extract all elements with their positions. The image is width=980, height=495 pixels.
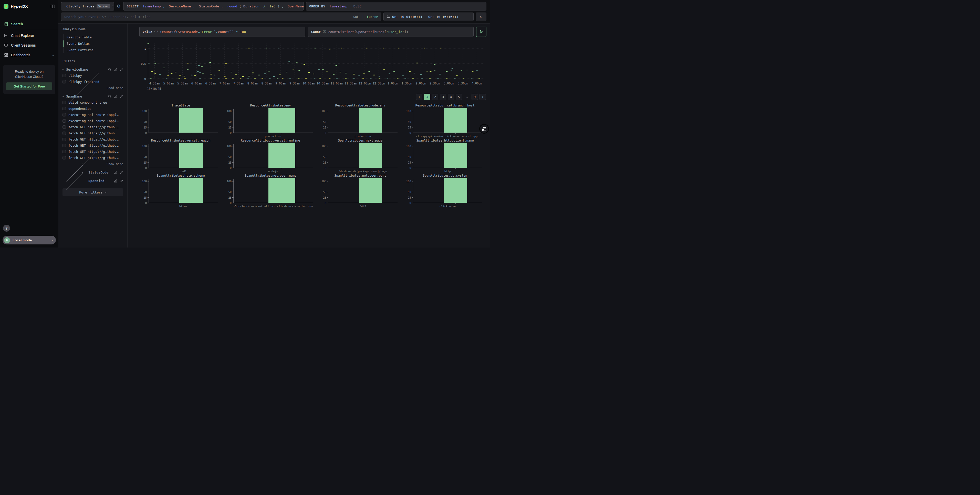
field-chart[interactable]: ResourceAttributes.env10050250production: [224, 104, 317, 139]
search-icon[interactable]: [108, 95, 111, 98]
sidebar-item-label: Chart Explorer: [11, 33, 34, 38]
more-filters-button[interactable]: More filters: [62, 188, 123, 196]
checkbox[interactable]: [62, 119, 66, 122]
plot-area: [149, 109, 218, 133]
page-button[interactable]: 2: [432, 94, 438, 100]
mode-sql-toggle[interactable]: SQL: [353, 15, 359, 19]
schema-badge[interactable]: Schema: [97, 4, 110, 8]
checkbox[interactable]: [62, 150, 66, 153]
filter-section-header[interactable]: StatusCode: [62, 170, 123, 174]
bar-chart-icon[interactable]: [114, 179, 117, 182]
field-chart-title: SpanAttributes.net.peer.name: [224, 174, 317, 178]
svg-text:12:30pm: 12:30pm: [373, 82, 385, 85]
analysis-mode-results-table[interactable]: Results Table: [63, 34, 123, 40]
field-chart[interactable]: SpanAttributes.net.peer.name10050250z5pr…: [224, 174, 317, 207]
plot-area: [149, 144, 218, 168]
filter-section-header[interactable]: ServiceName: [62, 68, 123, 71]
filter-checkbox-item[interactable]: clickpy-frontend: [62, 80, 123, 84]
gear-icon[interactable]: ⚙: [116, 3, 121, 9]
plot-area: [233, 179, 313, 203]
checkbox[interactable]: [62, 107, 66, 110]
date-range-picker[interactable]: Oct 10 04:16:14 - Oct 10 16:16:14: [383, 13, 474, 21]
checkbox[interactable]: [62, 156, 66, 159]
filter-checkbox-item[interactable]: dependencies: [62, 107, 123, 111]
code-token: ,: [193, 4, 197, 8]
field-chart[interactable]: ResourceAttributes.node.env10050250produ…: [319, 104, 402, 139]
value-expression-input[interactable]: Value ⓘ (countIf(StatusCode='Error')/cou…: [139, 27, 305, 37]
field-chart[interactable]: SpanAttributes.http.client.name10050250h…: [404, 139, 487, 174]
count-expression-input[interactable]: Count ⓘ countDistinct(SpanAttributes['us…: [308, 27, 474, 37]
field-chart[interactable]: SpanAttributes.net.peer.port100502508443: [319, 174, 402, 207]
sql-select-input[interactable]: SELECT Timestamp, ServiceName, StatusCod…: [123, 2, 304, 11]
checkbox[interactable]: [62, 80, 66, 83]
filter-checkbox-item[interactable]: fetch GET https://github.…: [62, 138, 123, 141]
filter-checkbox-item[interactable]: executing api route (app)…: [62, 113, 123, 117]
get-started-button[interactable]: Get Started for Free: [6, 82, 52, 90]
page-prev-button[interactable]: ‹: [416, 94, 422, 100]
event-deltas-chart[interactable]: 4:30am5:00am5:30am6:00am6:30am7:00am7:30…: [139, 41, 487, 91]
field-chart[interactable]: SpanAttributes.next.page10050250/dashboa…: [319, 139, 402, 174]
filter-checkbox-item[interactable]: build component tree: [62, 101, 123, 105]
field-chart[interactable]: SpanAttributes.db.system10050250clickhou…: [404, 174, 487, 207]
run-query-button[interactable]: ▷: [476, 13, 487, 21]
bar-chart-icon[interactable]: [114, 68, 117, 71]
field-chart[interactable]: ResourceAttributes.vercel.region10050250…: [139, 139, 222, 174]
filter-checkbox-item[interactable]: fetch GET https://github.…: [62, 156, 123, 160]
local-mode-button[interactable]: U Local mode ›: [3, 236, 56, 244]
analysis-mode-event-deltas[interactable]: Event Deltas: [63, 40, 123, 47]
collapse-sidebar-icon[interactable]: [51, 5, 55, 8]
bar-chart-icon[interactable]: [114, 95, 117, 98]
apply-analysis-button[interactable]: [476, 27, 487, 37]
filter-section-header[interactable]: SpanName: [62, 94, 123, 98]
help-button[interactable]: ?: [3, 225, 10, 232]
page-button[interactable]: 3: [440, 94, 446, 100]
field-chart-plot: 10050250: [404, 109, 487, 133]
sidebar-item-dashboards[interactable]: Dashboards ⌄: [0, 50, 59, 60]
filter-load-more-link[interactable]: Load more: [62, 86, 123, 90]
pin-icon[interactable]: [120, 68, 123, 71]
page-next-button[interactable]: ›: [479, 94, 486, 100]
checkbox[interactable]: [62, 74, 66, 77]
pin-icon[interactable]: [120, 179, 123, 182]
filters-label: Filters: [62, 59, 123, 63]
y-tick: [327, 111, 328, 111]
filter-checkbox-item[interactable]: executing api route (app)…: [62, 119, 123, 123]
sidebar-item-search[interactable]: Search: [0, 19, 59, 29]
page-button[interactable]: 9: [472, 94, 478, 100]
plot-area: [233, 144, 313, 168]
filter-section-header[interactable]: SpanKind: [62, 179, 123, 183]
source-select[interactable]: ClickPy Traces Schema: [61, 2, 114, 11]
checkbox[interactable]: [62, 132, 66, 135]
search-icon[interactable]: [108, 68, 111, 71]
page-button[interactable]: 1: [424, 94, 430, 100]
checkbox[interactable]: [62, 101, 66, 104]
filter-checkbox-item[interactable]: fetch GET https://github.…: [62, 144, 123, 148]
field-chart[interactable]: ResourceAttribu...vercel.runtime10050250…: [224, 139, 317, 174]
filter-item-label: executing api route (app)…: [68, 113, 119, 117]
sidebar-item-client-sessions[interactable]: Client Sessions: [0, 40, 59, 50]
order-by-input[interactable]: ORDER BY Timestamp DESC: [306, 2, 487, 11]
pin-icon[interactable]: [120, 95, 123, 98]
mode-lucene-toggle[interactable]: Lucene: [367, 15, 378, 19]
sidebar-item-chart-explorer[interactable]: Chart Explorer: [0, 31, 59, 40]
checkbox[interactable]: [62, 113, 66, 116]
field-chart[interactable]: ResourceAttribu..cel.branch_host10050250…: [404, 104, 487, 139]
select-chevrons-icon: [112, 5, 114, 8]
page-button[interactable]: 4: [448, 94, 454, 100]
y-tick-label: 25: [143, 196, 147, 199]
checkbox[interactable]: [62, 144, 66, 147]
filter-checkbox-item[interactable]: fetch GET https://github.…: [62, 131, 123, 135]
pin-icon[interactable]: [120, 171, 123, 174]
field-chart[interactable]: SpanAttributes.http.scheme10050250https: [139, 174, 222, 207]
filter-show-more-link[interactable]: Show more: [62, 162, 123, 166]
chart-options-fab[interactable]: [479, 124, 489, 133]
checkbox[interactable]: [62, 125, 66, 129]
analysis-mode-event-patterns[interactable]: Event Patterns: [63, 47, 123, 53]
page-button[interactable]: 5: [456, 94, 462, 100]
bar-chart-icon[interactable]: [114, 171, 117, 174]
field-chart[interactable]: TraceState10050250: [139, 104, 222, 139]
filter-checkbox-item[interactable]: fetch GET https://github.…: [62, 125, 123, 129]
checkbox[interactable]: [62, 138, 66, 141]
search-input[interactable]: [64, 15, 351, 19]
field-chart-xlabel: nodejs: [233, 170, 313, 173]
